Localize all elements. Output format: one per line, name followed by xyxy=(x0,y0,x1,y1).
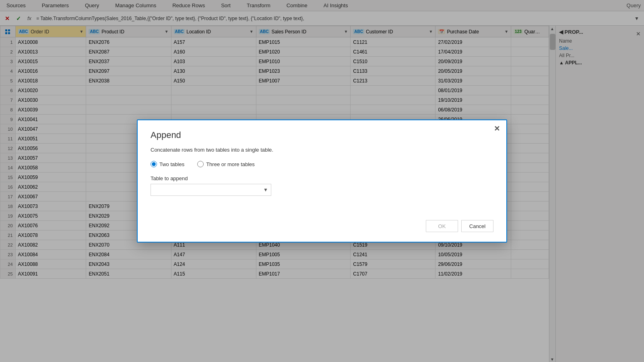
modal-overlay: ✕ Append Concatenate rows from two table… xyxy=(0,0,644,362)
modal-footer: OK Cancel xyxy=(151,220,493,232)
table-to-append-label: Table to append xyxy=(151,175,493,181)
ok-button[interactable]: OK xyxy=(426,220,458,232)
radio-two-tables-label: Two tables xyxy=(159,161,184,167)
modal-title: Append xyxy=(151,130,493,140)
table-to-append-select[interactable] xyxy=(151,184,271,196)
radio-two-tables[interactable]: Two tables xyxy=(151,161,184,167)
radio-three-or-more[interactable]: Three or more tables xyxy=(197,161,255,167)
table-select-wrapper: ▼ xyxy=(151,184,271,196)
append-dialog: ✕ Append Concatenate rows from two table… xyxy=(137,119,507,243)
radio-group: Two tables Three or more tables xyxy=(151,161,493,167)
radio-three-or-more-label: Three or more tables xyxy=(206,161,255,167)
radio-three-or-more-input[interactable] xyxy=(197,161,204,167)
modal-close-button[interactable]: ✕ xyxy=(494,125,500,132)
modal-description: Concatenate rows from two tables into a … xyxy=(151,147,493,153)
cancel-button[interactable]: Cancel xyxy=(461,220,493,232)
radio-two-tables-input[interactable] xyxy=(151,161,157,167)
